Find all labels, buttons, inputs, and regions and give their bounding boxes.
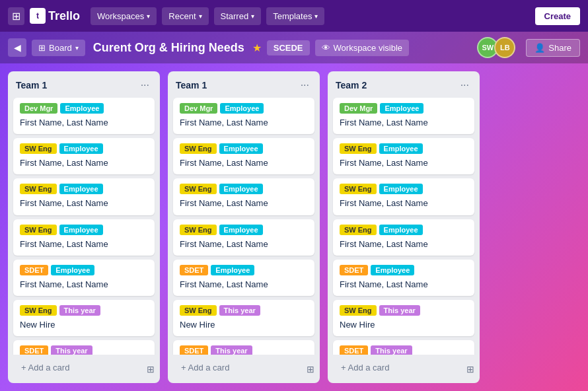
star-icon[interactable]: ★ <box>252 42 262 54</box>
label-1-3-0: SW Eng <box>180 225 217 235</box>
card-0-1[interactable]: SW EngEmployeeFirst Name, Last Name <box>13 138 155 174</box>
card-labels-2-5: SW EngThis year <box>340 305 468 316</box>
card-labels-0-4: SDETEmployee <box>20 265 148 275</box>
label-1-4-1: Employee <box>211 265 254 275</box>
list-menu-button-2[interactable]: ··· <box>458 78 472 92</box>
list-menu-button-1[interactable]: ··· <box>298 78 312 92</box>
card-2-5[interactable]: SW EngThis yearNew Hire <box>333 300 474 336</box>
archive-button-0[interactable]: ⊞ <box>144 361 157 377</box>
eye-icon: 👁 <box>322 43 330 53</box>
label-1-2-0: SW Eng <box>180 184 217 194</box>
card-0-5[interactable]: SW EngThis yearNew Hire <box>13 300 155 336</box>
card-2-3[interactable]: SW EngEmployeeFirst Name, Last Name <box>333 219 474 256</box>
add-card-button-0[interactable]: + Add a card <box>13 357 141 378</box>
grid-icon: ⊞ <box>12 10 20 22</box>
list-menu-button-0[interactable]: ··· <box>138 78 152 92</box>
logo-area: ⊞ t Trello <box>8 7 80 25</box>
card-1-1[interactable]: SW EngEmployeeFirst Name, Last Name <box>173 138 314 174</box>
card-0-4[interactable]: SDETEmployeeFirst Name, Last Name <box>13 260 155 296</box>
workspaces-chevron-icon: ▾ <box>147 13 150 20</box>
card-labels-1-2: SW EngEmployee <box>180 184 308 194</box>
templates-label: Templates <box>273 11 312 21</box>
label-1-5-0: SW Eng <box>180 305 217 316</box>
workspaces-menu-button[interactable]: Workspaces ▾ <box>91 7 157 25</box>
card-2-1[interactable]: SW EngEmployeeFirst Name, Last Name <box>333 138 474 174</box>
recent-label: Recent <box>168 11 196 21</box>
label-0-0-1: Employee <box>60 103 104 114</box>
label-0-4-0: SDET <box>20 265 48 275</box>
card-1-5[interactable]: SW EngThis yearNew Hire <box>173 300 314 336</box>
list-1: Team 1···Dev MgrEmployeeFirst Name, Last… <box>168 71 320 383</box>
visibility-label: Workspace visible <box>334 43 403 53</box>
avatar-lb[interactable]: LB <box>494 37 515 58</box>
card-0-0[interactable]: Dev MgrEmployeeFirst Name, Last Name <box>13 98 155 134</box>
card-labels-1-3: SW EngEmployee <box>180 225 308 235</box>
label-2-6-0: SDET <box>340 345 368 355</box>
add-card-label-2: + Add a card <box>341 363 389 373</box>
recent-menu-button[interactable]: Recent ▾ <box>162 7 208 25</box>
card-2-2[interactable]: SW EngEmployeeFirst Name, Last Name <box>333 178 474 215</box>
list-footer-2: + Add a card⊞ <box>328 355 480 383</box>
label-0-4-1: Employee <box>51 265 94 275</box>
label-2-3-1: Employee <box>379 225 423 235</box>
label-0-3-1: Employee <box>59 225 103 235</box>
recent-chevron-icon: ▾ <box>199 13 202 20</box>
card-labels-2-2: SW EngEmployee <box>340 184 468 194</box>
archive-button-2[interactable]: ⊞ <box>464 361 477 377</box>
workspace-visibility-button[interactable]: 👁 Workspace visible <box>315 40 410 56</box>
board-title: Curent Org & Hiring Needs <box>93 41 244 55</box>
label-2-4-0: SDET <box>340 265 368 275</box>
card-labels-1-5: SW EngThis year <box>180 305 308 316</box>
list-title-2: Team 2 <box>336 80 367 90</box>
card-2-6[interactable]: SDETThis yearNew Hire <box>333 340 474 355</box>
card-1-2[interactable]: SW EngEmployeeFirst Name, Last Name <box>173 178 314 215</box>
label-1-3-1: Employee <box>219 225 263 235</box>
card-0-3[interactable]: SW EngEmployeeFirst Name, Last Name <box>13 219 155 256</box>
label-1-1-1: Employee <box>219 143 263 154</box>
label-2-3-0: SW Eng <box>340 225 377 235</box>
card-2-0[interactable]: Dev MgrEmployeeFirst Name, Last Name <box>333 98 474 134</box>
share-button[interactable]: 👤 Share <box>526 39 580 57</box>
label-0-5-1: This year <box>59 305 100 316</box>
templates-chevron-icon: ▾ <box>314 13 318 20</box>
list-footer-0: + Add a card⊞ <box>8 355 160 383</box>
card-labels-1-6: SDETThis year <box>180 345 308 355</box>
card-name-2-4: First Name, Last Name <box>340 279 468 291</box>
person-icon: 👤 <box>534 43 545 53</box>
card-1-3[interactable]: SW EngEmployeeFirst Name, Last Name <box>173 219 314 256</box>
card-1-0[interactable]: Dev MgrEmployeeFirst Name, Last Name <box>173 98 314 134</box>
label-1-4-0: SDET <box>180 265 208 275</box>
card-labels-2-3: SW EngEmployee <box>340 225 468 235</box>
list-cards-2: Dev MgrEmployeeFirst Name, Last NameSW E… <box>328 98 480 355</box>
label-2-0-0: Dev Mgr <box>340 103 377 114</box>
list-cards-0: Dev MgrEmployeeFirst Name, Last NameSW E… <box>8 98 160 355</box>
card-name-1-2: First Name, Last Name <box>180 197 308 209</box>
templates-menu-button[interactable]: Templates ▾ <box>266 7 324 25</box>
card-labels-0-6: SDETThis year <box>20 345 148 355</box>
add-card-button-2[interactable]: + Add a card <box>333 357 461 378</box>
card-0-6[interactable]: SDETThis yearNew Hire <box>13 340 155 355</box>
create-button[interactable]: Create <box>535 7 580 25</box>
board-view-icon: ⊞ <box>38 43 46 53</box>
label-2-6-1: This year <box>371 345 412 355</box>
card-2-4[interactable]: SDETEmployeeFirst Name, Last Name <box>333 260 474 296</box>
card-name-0-5: New Hire <box>20 319 148 331</box>
sidebar-chevron-icon: ◀ <box>14 42 21 53</box>
card-1-4[interactable]: SDETEmployeeFirst Name, Last Name <box>173 260 314 296</box>
workspaces-label: Workspaces <box>97 11 144 21</box>
board-view-chevron-icon: ▾ <box>75 44 79 52</box>
board-content: Team 1···Dev MgrEmployeeFirst Name, Last… <box>0 63 588 391</box>
label-2-5-0: SW Eng <box>340 305 377 316</box>
board-view-button[interactable]: ⊞ Board ▾ <box>32 40 85 56</box>
sidebar-toggle-button[interactable]: ◀ <box>8 38 26 57</box>
label-2-2-0: SW Eng <box>340 184 377 194</box>
card-1-6[interactable]: SDETThis yearNew Hire <box>173 340 314 355</box>
starred-menu-button[interactable]: Starred ▾ <box>214 7 262 25</box>
card-0-2[interactable]: SW EngEmployeeFirst Name, Last Name <box>13 178 155 215</box>
archive-button-1[interactable]: ⊞ <box>304 361 317 377</box>
label-0-0-0: Dev Mgr <box>20 103 57 114</box>
grid-icon-button[interactable]: ⊞ <box>8 7 24 25</box>
add-card-button-1[interactable]: + Add a card <box>173 357 301 378</box>
card-labels-0-3: SW EngEmployee <box>20 225 148 235</box>
label-2-1-0: SW Eng <box>340 143 377 154</box>
